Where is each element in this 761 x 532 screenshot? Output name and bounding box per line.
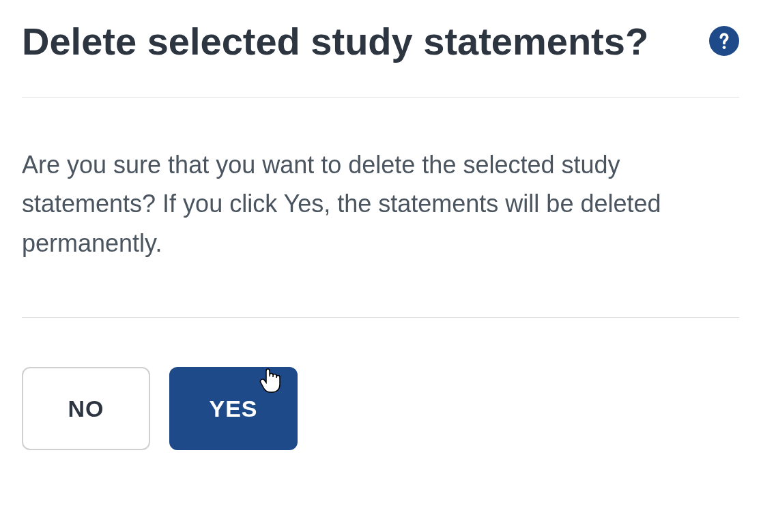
yes-button[interactable]: YES xyxy=(169,367,298,450)
no-button-label: NO xyxy=(68,396,104,422)
dialog-message: Are you sure that you want to delete the… xyxy=(22,145,739,263)
dialog-title: Delete selected study statements? xyxy=(22,20,648,63)
svg-point-1 xyxy=(723,46,726,49)
dialog-body: Are you sure that you want to delete the… xyxy=(22,98,739,319)
dialog-actions: NO YES xyxy=(22,318,739,450)
dialog-header: Delete selected study statements? xyxy=(22,20,739,98)
yes-button-label: YES xyxy=(209,396,257,422)
no-button[interactable]: NO xyxy=(22,367,150,450)
help-icon[interactable] xyxy=(709,26,739,56)
